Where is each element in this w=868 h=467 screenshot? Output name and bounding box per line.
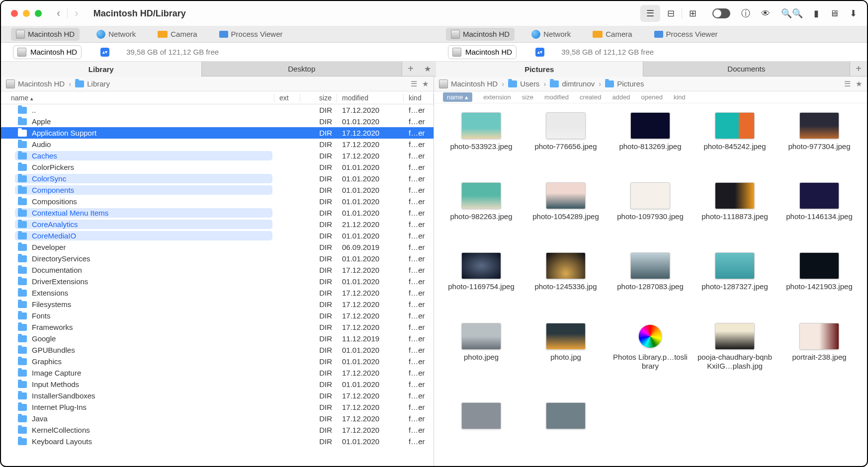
list-mode-icon[interactable]: ☰ — [844, 79, 851, 88]
volume-process-viewer[interactable]: Process Viewer — [649, 28, 723, 40]
crumb-library[interactable]: Library — [75, 79, 110, 88]
grid-item[interactable]: photo-1287083.jpeg — [608, 252, 693, 316]
monitor-icon[interactable]: 🖥 — [830, 8, 839, 19]
file-row[interactable]: ExtensionsDIR17.12.2020f…er — [1, 287, 434, 299]
grid-col-opened[interactable]: opened — [641, 93, 663, 101]
file-row[interactable]: Keyboard LayoutsDIR01.01.2020f…er — [1, 436, 434, 447]
tab-library[interactable]: Library — [1, 62, 202, 77]
volume-network[interactable]: Network — [91, 28, 141, 41]
volume-macintosh-hd[interactable]: Macintosh HD — [11, 28, 80, 41]
grid-item[interactable]: photo-1097930.jpeg — [608, 182, 693, 246]
close-window-button[interactable] — [11, 10, 18, 17]
grid-col-extension[interactable]: extension — [483, 93, 511, 101]
crumb-macintosh-hd[interactable]: Macintosh HD — [439, 79, 498, 88]
grid-item[interactable]: photo.jpg — [523, 323, 608, 396]
file-row[interactable]: DeveloperDIR06.09.2019f…er — [1, 241, 434, 253]
file-row[interactable]: AudioDIR17.12.2020f…er — [1, 139, 434, 150]
file-list[interactable]: ..DIR17.12.2020f…erAppleDIR01.01.2020f…e… — [1, 104, 434, 466]
toggle-switch[interactable] — [712, 8, 730, 18]
download-icon[interactable]: ⬇ — [850, 8, 857, 19]
grid-item[interactable]: photo-977304.jpeg — [777, 112, 862, 176]
drive-selector-right[interactable]: Macintosh HD — [448, 45, 517, 59]
grid-col-size[interactable]: size — [522, 93, 533, 101]
grid-item[interactable]: photo-1054289.jpeg — [523, 182, 608, 246]
grid-item[interactable] — [523, 402, 608, 457]
list-mode-icon[interactable]: ☰ — [411, 79, 417, 88]
grid-item[interactable]: pooja-chaudhary-bqnbKxiIG…plash.jpg — [693, 323, 777, 396]
tab-desktop[interactable]: Desktop — [202, 62, 403, 77]
star-icon[interactable]: ★ — [422, 79, 429, 88]
grid-item[interactable]: photo-1146134.jpeg — [777, 182, 862, 246]
file-row[interactable]: FrameworksDIR17.12.2020f…er — [1, 321, 434, 333]
star-icon[interactable]: ★ — [856, 79, 862, 88]
grid-col-kind[interactable]: kind — [674, 93, 686, 101]
col-size[interactable]: size — [300, 94, 337, 102]
drive-stepper-right[interactable]: ▴▾ — [535, 48, 544, 57]
file-row[interactable]: KernelCollectionsDIR17.12.2020f…er — [1, 424, 434, 436]
file-row[interactable]: CachesDIR17.12.2020f…er — [1, 150, 434, 161]
tab-documents[interactable]: Documents — [643, 62, 851, 77]
file-row[interactable]: FilesystemsDIR17.12.2020f…er — [1, 299, 434, 310]
file-row[interactable]: Internet Plug-InsDIR17.12.2020f…er — [1, 401, 434, 413]
file-row[interactable]: ColorSyncDIR01.01.2020f…er — [1, 173, 434, 184]
file-row[interactable]: ComponentsDIR01.01.2020f…er — [1, 184, 434, 196]
minimize-window-button[interactable] — [23, 10, 30, 17]
favorite-tab-left[interactable]: ★ — [419, 62, 436, 77]
grid-item[interactable]: photo-1421903.jpeg — [777, 252, 862, 316]
volume-macintosh-hd[interactable]: Macintosh HD — [446, 28, 515, 41]
file-row[interactable]: JavaDIR17.12.2020f…er — [1, 413, 434, 424]
file-row[interactable]: GraphicsDIR01.01.2020f…er — [1, 356, 434, 367]
list-view-icon[interactable]: ☰ — [640, 5, 660, 22]
info-icon[interactable]: ⓘ — [741, 7, 750, 19]
grid-item[interactable]: photo-1118873.jpeg — [693, 182, 777, 246]
grid-col-name[interactable]: name ▴ — [443, 92, 472, 102]
file-row[interactable]: Image CaptureDIR17.12.2020f…er — [1, 367, 434, 379]
archive-icon[interactable]: ▮ — [814, 8, 819, 19]
icon-grid[interactable]: photo-533923.jpegphoto-776656.jpegphoto-… — [434, 103, 867, 466]
file-row[interactable]: InstallerSandboxesDIR17.12.2020f…er — [1, 390, 434, 401]
drive-stepper-left[interactable]: ▴▾ — [100, 48, 109, 57]
col-kind[interactable]: kind — [404, 94, 434, 102]
grid-col-added[interactable]: added — [612, 93, 630, 101]
grid-item[interactable]: Photos Library.p…toslibrary — [608, 323, 693, 396]
volume-process-viewer[interactable]: Process Viewer — [214, 28, 288, 40]
file-row[interactable]: GoogleDIR11.12.2019f…er — [1, 333, 434, 344]
file-row[interactable]: Input MethodsDIR01.01.2020f…er — [1, 379, 434, 390]
file-row[interactable]: CoreAnalyticsDIR21.12.2020f…er — [1, 219, 434, 230]
tab-pictures[interactable]: Pictures — [436, 62, 643, 77]
grid-item[interactable]: photo-533923.jpeg — [439, 112, 523, 176]
add-tab-right[interactable]: + — [850, 62, 867, 77]
grid-view-icon[interactable]: ⊞ — [689, 8, 696, 19]
grid-col-created[interactable]: created — [580, 93, 601, 101]
binoculars-icon[interactable]: 🔍🔍 — [781, 8, 803, 19]
grid-item[interactable]: photo-776656.jpeg — [523, 112, 608, 176]
file-row[interactable]: FontsDIR17.12.2020f…er — [1, 310, 434, 321]
volume-network[interactable]: Network — [526, 28, 576, 41]
file-row[interactable]: CompositionsDIR01.01.2020f…er — [1, 196, 434, 207]
file-row[interactable]: DriverExtensionsDIR01.01.2020f…er — [1, 276, 434, 287]
add-tab-left[interactable]: + — [402, 62, 419, 77]
column-view-icon[interactable]: ⊟ — [667, 8, 675, 19]
file-row[interactable]: GPUBundlesDIR01.01.2020f…er — [1, 344, 434, 356]
grid-item[interactable]: photo-845242.jpeg — [693, 112, 777, 176]
drive-selector-left[interactable]: Macintosh HD — [13, 45, 82, 59]
file-row[interactable]: CoreMediaIODIR01.01.2020f…er — [1, 230, 434, 241]
grid-item[interactable]: photo-1245336.jpg — [523, 252, 608, 316]
maximize-window-button[interactable] — [35, 10, 42, 17]
col-modified[interactable]: modified — [337, 94, 404, 102]
crumb-pictures[interactable]: Pictures — [605, 79, 644, 88]
col-ext[interactable]: ext — [274, 94, 300, 102]
file-row[interactable]: Application SupportDIR17.12.2020f…er — [1, 127, 434, 139]
grid-item[interactable]: photo-813269.jpeg — [608, 112, 693, 176]
file-row[interactable]: ..DIR17.12.2020f…er — [1, 104, 434, 116]
file-row[interactable]: DirectoryServicesDIR01.01.2020f…er — [1, 253, 434, 264]
grid-item[interactable]: photo-982263.jpeg — [439, 182, 523, 246]
crumb-macintosh-hd[interactable]: Macintosh HD — [6, 79, 65, 88]
file-row[interactable]: ColorPickersDIR01.01.2020f…er — [1, 161, 434, 173]
grid-item[interactable]: photo-1169754.jpeg — [439, 252, 523, 316]
back-button[interactable]: ‹ — [57, 7, 60, 20]
grid-col-modified[interactable]: modified — [544, 93, 569, 101]
grid-item[interactable]: portrait-238.jpeg — [777, 323, 862, 396]
volume-camera[interactable]: Camera — [588, 28, 637, 40]
file-row[interactable]: DocumentationDIR17.12.2020f…er — [1, 264, 434, 276]
